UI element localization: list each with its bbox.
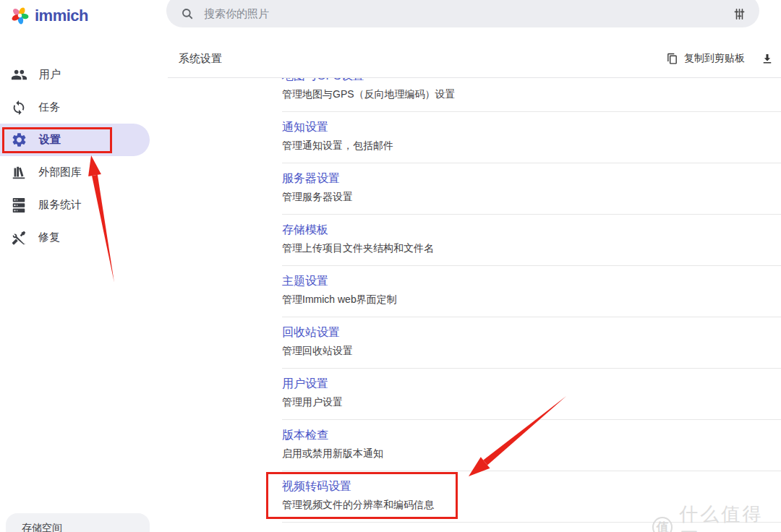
settings-link[interactable]: 版本检查 [282, 427, 781, 443]
settings-link[interactable]: 主题设置 [282, 273, 781, 289]
download-icon[interactable] [761, 52, 774, 65]
page-title: 系统设置 [179, 52, 222, 66]
settings-item-notifications[interactable]: 通知设置 管理通知设置，包括邮件 [282, 112, 781, 163]
settings-subtitle: 管理用户设置 [282, 395, 781, 409]
settings-subtitle: 管理服务器设置 [282, 189, 781, 204]
system-settings-page: 系统设置 复制到剪贴板 地图与GPS设置 管理地图与GPS（反向地理编码）设置 … [168, 40, 781, 532]
storage-space-card: 存储空间 [6, 513, 150, 532]
settings-link[interactable]: 用户设置 [282, 376, 781, 392]
filter-tune-icon[interactable] [733, 7, 746, 21]
tools-icon [11, 230, 27, 246]
settings-subtitle: 管理视频文件的分辨率和编码信息 [282, 497, 781, 512]
settings-link[interactable]: 视频转码设置 [282, 479, 781, 494]
settings-item-map-gps[interactable]: 地图与GPS设置 管理地图与GPS（反向地理编码）设置 [282, 78, 781, 112]
settings-link[interactable]: 存储模板 [282, 222, 781, 238]
sidebar-item-label: 外部图库 [38, 166, 82, 179]
sidebar-item-label: 服务统计 [38, 198, 82, 212]
immich-flower-icon [10, 6, 30, 25]
settings-item-server[interactable]: 服务器设置 管理服务器设置 [282, 163, 781, 215]
settings-subtitle: 管理上传项目文件夹结构和文件名 [282, 241, 781, 255]
content-header: 系统设置 复制到剪贴板 [168, 40, 781, 78]
sync-icon [11, 100, 27, 116]
settings-item-storage-template[interactable]: 存储模板 管理上传项目文件夹结构和文件名 [282, 215, 781, 266]
users-icon [11, 66, 27, 83]
server-icon [11, 197, 27, 213]
copy-to-clipboard-button[interactable]: 复制到剪贴板 [666, 52, 745, 65]
settings-item-trash[interactable]: 回收站设置 管理回收站设置 [282, 317, 781, 369]
settings-item-user[interactable]: 用户设置 管理用户设置 [282, 369, 781, 420]
gear-icon [11, 132, 27, 148]
settings-link[interactable]: 服务器设置 [282, 171, 781, 186]
copy-button-label: 复制到剪贴板 [684, 52, 745, 65]
sidebar-item-jobs[interactable]: 任务 [0, 91, 168, 124]
search-placeholder: 搜索你的照片 [204, 7, 733, 21]
search-icon[interactable] [181, 7, 194, 20]
admin-sidebar: 用户 任务 设置 外部图库 服务统计 修复 [0, 59, 168, 254]
search-input[interactable]: 搜索你的照片 [166, 0, 759, 27]
settings-subtitle: 管理地图与GPS（反向地理编码）设置 [282, 87, 781, 101]
settings-list: 地图与GPS设置 管理地图与GPS（反向地理编码）设置 通知设置 管理通知设置，… [168, 78, 781, 531]
sidebar-item-label: 用户 [39, 68, 61, 82]
sidebar-item-server-stats[interactable]: 服务统计 [0, 189, 168, 221]
settings-link[interactable]: 地图与GPS设置 [282, 78, 781, 84]
logo-text: immich [35, 7, 88, 25]
sidebar-item-label: 设置 [39, 133, 61, 147]
sidebar-item-label: 修复 [38, 231, 60, 244]
sidebar-item-settings[interactable]: 设置 [0, 124, 168, 156]
settings-item-theme[interactable]: 主题设置 管理Immich web界面定制 [282, 266, 781, 317]
sidebar-item-label: 任务 [38, 100, 60, 114]
sidebar-item-users[interactable]: 用户 [0, 59, 168, 91]
settings-subtitle: 启用或禁用新版本通知 [282, 446, 781, 460]
sidebar-item-repair[interactable]: 修复 [0, 221, 168, 254]
copy-icon [666, 53, 678, 65]
immich-logo[interactable]: immich [10, 6, 88, 25]
settings-item-version-check[interactable]: 版本检查 启用或禁用新版本通知 [282, 420, 781, 471]
storage-space-label: 存储空间 [22, 522, 62, 532]
settings-link[interactable]: 回收站设置 [282, 325, 781, 340]
sidebar-item-external-libraries[interactable]: 外部图库 [0, 156, 168, 189]
settings-subtitle: 管理回收站设置 [282, 343, 781, 358]
bookshelf-icon [11, 165, 27, 181]
settings-item-video-transcoding[interactable]: 视频转码设置 管理视频文件的分辨率和编码信息 [282, 471, 781, 523]
settings-subtitle: 管理通知设置，包括邮件 [282, 138, 781, 153]
top-bar: immich 搜索你的照片 [0, 0, 781, 40]
settings-link[interactable]: 通知设置 [282, 119, 781, 135]
settings-subtitle: 管理Immich web界面定制 [282, 292, 781, 306]
